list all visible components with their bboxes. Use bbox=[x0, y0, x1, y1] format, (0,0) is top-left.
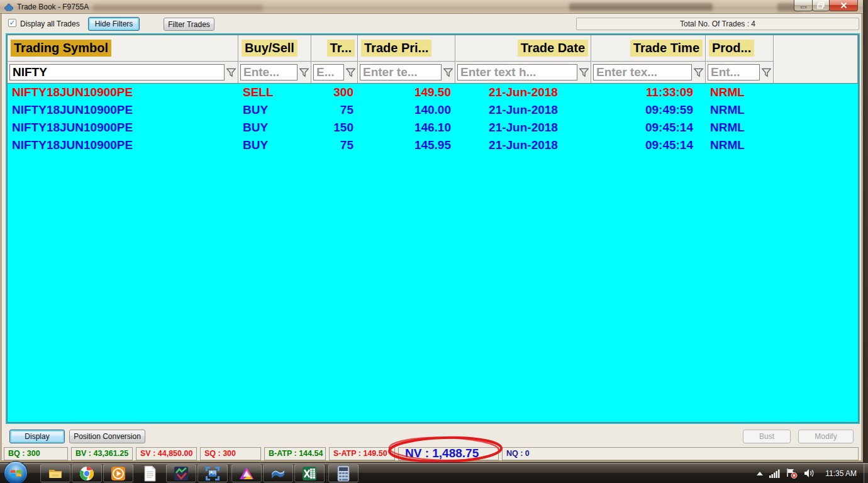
taskbar-chrome[interactable] bbox=[72, 464, 102, 482]
grid-header-row: Trading Symbol Buy/Sell Tr... Trade Pri.… bbox=[8, 35, 858, 62]
status-s-atp: S-ATP : 149.50 bbox=[329, 447, 395, 460]
table-row[interactable]: NIFTY18JUN10900PE BUY 150 146.10 21-Jun-… bbox=[8, 119, 858, 136]
col-header-buy-sell[interactable]: Buy/Sell bbox=[238, 35, 311, 62]
cell-date: 21-Jun-2018 bbox=[455, 84, 591, 101]
filter-funnel-icon[interactable] bbox=[579, 67, 589, 78]
cell-date: 21-Jun-2018 bbox=[455, 101, 591, 119]
col-header-filler bbox=[774, 35, 858, 62]
col-header-trade-time[interactable]: Trade Time bbox=[591, 35, 706, 62]
cell-product: NRML bbox=[706, 136, 774, 154]
play-icon bbox=[110, 465, 126, 482]
table-row[interactable]: NIFTY18JUN10900PE SELL 300 149.50 21-Jun… bbox=[8, 84, 858, 101]
taskbar-trading-terminal[interactable] bbox=[166, 464, 196, 482]
filter-funnel-icon[interactable] bbox=[345, 67, 356, 78]
cell-time: 09:49:59 bbox=[591, 101, 706, 119]
taskbar-prism-app[interactable] bbox=[231, 464, 262, 482]
filter-input-product[interactable]: Ent... bbox=[708, 64, 760, 80]
titlebar[interactable]: Trade Book - F9755A bbox=[0, 0, 863, 14]
cell-side: BUY bbox=[238, 119, 311, 136]
cell-product: NRML bbox=[706, 101, 774, 119]
taskbar: 11:35 AM bbox=[0, 462, 868, 483]
display-all-trades-label: Display all Trades bbox=[20, 19, 80, 28]
taskbar-excel[interactable] bbox=[294, 464, 325, 482]
hide-filters-button[interactable]: Hide Filters bbox=[88, 17, 140, 31]
status-sv: SV : 44,850.00 bbox=[136, 447, 197, 460]
filter-input-trading-symbol[interactable]: NIFTY bbox=[9, 64, 225, 80]
cell-qty: 75 bbox=[311, 136, 358, 154]
cell-qty: 75 bbox=[311, 101, 358, 119]
filter-funnel-icon[interactable] bbox=[761, 67, 772, 78]
taskbar-paint-app[interactable] bbox=[263, 464, 293, 482]
col-header-trading-symbol[interactable]: Trading Symbol bbox=[8, 35, 238, 62]
cell-date: 21-Jun-2018 bbox=[455, 136, 591, 154]
desktop: { "window": { "title": "Trade Book - F97… bbox=[0, 0, 868, 483]
chrome-icon bbox=[79, 465, 95, 482]
minimize-button[interactable] bbox=[794, 0, 813, 11]
cell-symbol: NIFTY18JUN10900PE bbox=[8, 136, 238, 154]
taskbar-file-explorer[interactable] bbox=[40, 464, 70, 482]
cell-product: NRML bbox=[706, 119, 774, 136]
show-desktop-button[interactable] bbox=[864, 463, 868, 483]
filter-funnel-icon[interactable] bbox=[226, 67, 236, 78]
document-icon bbox=[142, 465, 157, 482]
cell-price: 140.00 bbox=[358, 101, 455, 119]
filter-filler bbox=[774, 62, 858, 83]
cell-date: 21-Jun-2018 bbox=[455, 119, 591, 136]
glass-blur-artifact bbox=[93, 4, 263, 11]
col-header-trade-price[interactable]: Trade Pri... bbox=[358, 35, 455, 62]
position-conversion-button[interactable]: Position Conversion bbox=[69, 430, 145, 443]
wave-icon bbox=[270, 465, 286, 482]
taskbar-photo-viewer[interactable] bbox=[198, 464, 228, 482]
prism-triangle-icon bbox=[238, 465, 255, 482]
filter-input-trade-qty[interactable]: E... bbox=[313, 64, 344, 80]
network-icon[interactable] bbox=[769, 469, 780, 478]
restore-button[interactable] bbox=[812, 0, 830, 11]
windows-logo-icon bbox=[10, 467, 22, 479]
app-puzzle-icon bbox=[4, 3, 13, 11]
cell-qty: 150 bbox=[311, 119, 358, 136]
trade-grid: Trading Symbol Buy/Sell Tr... Trade Pri.… bbox=[6, 33, 860, 424]
minimize-icon bbox=[801, 6, 806, 8]
display-button[interactable]: Display bbox=[9, 430, 65, 443]
filter-funnel-icon[interactable] bbox=[299, 67, 309, 78]
cell-symbol: NIFTY18JUN10900PE bbox=[8, 84, 238, 101]
filter-trades-button[interactable]: Filter Trades bbox=[164, 18, 214, 31]
restore-icon bbox=[817, 2, 825, 9]
cell-price: 145.95 bbox=[358, 136, 455, 154]
filter-input-trade-date[interactable]: Enter text h... bbox=[457, 64, 577, 80]
status-sq: SQ : 300 bbox=[200, 447, 261, 460]
cell-qty: 300 bbox=[311, 84, 358, 101]
cell-symbol: NIFTY18JUN10900PE bbox=[8, 101, 238, 119]
volume-icon[interactable] bbox=[804, 469, 815, 478]
status-b-atp: B-ATP : 144.54 bbox=[264, 447, 326, 460]
close-button[interactable] bbox=[829, 0, 858, 11]
taskbar-separator bbox=[229, 465, 230, 482]
filter-funnel-icon[interactable] bbox=[693, 67, 704, 78]
filter-funnel-icon[interactable] bbox=[443, 67, 453, 78]
taskbar-clock: 11:35 AM bbox=[825, 469, 857, 478]
modify-button[interactable]: Modify bbox=[798, 430, 854, 443]
display-all-trades-checkbox[interactable]: ✓ bbox=[8, 19, 16, 27]
taskbar-calculator[interactable] bbox=[328, 464, 359, 482]
col-header-trade-qty[interactable]: Tr... bbox=[311, 35, 358, 62]
filter-input-trade-time[interactable]: Enter tex... bbox=[593, 64, 692, 80]
table-row[interactable]: NIFTY18JUN10900PE BUY 75 145.95 21-Jun-2… bbox=[8, 136, 858, 154]
window-title: Trade Book - F9755A bbox=[17, 3, 89, 11]
cell-side: BUY bbox=[238, 101, 311, 119]
taskbar-media-player[interactable] bbox=[103, 464, 133, 482]
taskbar-notepad[interactable] bbox=[135, 464, 165, 482]
show-hidden-icons[interactable] bbox=[757, 472, 763, 475]
col-header-trade-date[interactable]: Trade Date bbox=[455, 35, 591, 62]
cell-price: 146.10 bbox=[358, 119, 455, 136]
statusbar: BQ : 300 BV : 43,361.25 SV : 44,850.00 S… bbox=[2, 447, 861, 461]
cell-time: 09:45:14 bbox=[591, 119, 706, 136]
action-center-flag-icon[interactable] bbox=[786, 469, 798, 479]
glass-blur-artifact bbox=[569, 3, 713, 11]
col-header-product[interactable]: Prod... bbox=[706, 35, 774, 62]
filter-input-buy-sell[interactable]: Ente... bbox=[240, 64, 298, 80]
bust-button[interactable]: Bust bbox=[743, 430, 791, 443]
start-button[interactable] bbox=[4, 461, 28, 483]
table-row[interactable]: NIFTY18JUN10900PE BUY 75 140.00 21-Jun-2… bbox=[8, 101, 858, 119]
filter-input-trade-price[interactable]: Enter te... bbox=[360, 64, 442, 80]
cell-time: 09:45:14 bbox=[591, 136, 706, 154]
